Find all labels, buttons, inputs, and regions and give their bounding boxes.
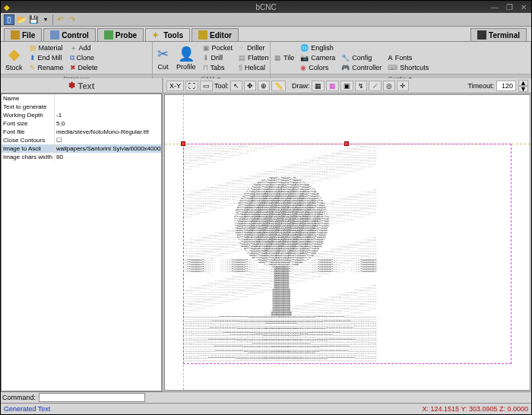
- tool-origin-button[interactable]: ⊕: [258, 81, 270, 91]
- draw-workarea-button[interactable]: ▣: [340, 81, 353, 91]
- right-panel: X-Y ⛶ ▭ Tool: ↖ ✥ ⊕ 📏 Draw: ▦ ▦ ▣ ↯ ⟋ ◎ …: [163, 78, 531, 391]
- property-row[interactable]: Image to Asciiwallpapers/Santorini Sylvi…: [2, 144, 161, 153]
- colors-icon: ◉: [300, 64, 306, 71]
- controller-button[interactable]: 🎮Controller: [339, 63, 384, 72]
- open-icon[interactable]: 📂: [16, 14, 27, 25]
- property-row[interactable]: Font filemedia/steve/NotoMono-Regular.tt…: [2, 128, 161, 136]
- zoom-select-button[interactable]: ▭: [200, 81, 213, 91]
- property-value[interactable]: 80: [55, 153, 161, 161]
- left-panel: ✽ Text NameText to generateWorking Depth…: [1, 78, 163, 391]
- zoom-fit-button[interactable]: ⛶: [185, 81, 198, 91]
- left-panel-header[interactable]: ✽ Text: [1, 78, 162, 93]
- material-button[interactable]: ▧Material: [27, 43, 66, 52]
- helical-icon: §: [239, 64, 242, 71]
- tab-probe-label: Probe: [116, 31, 137, 40]
- property-value[interactable]: media/steve/NotoMono-Regular.ttf: [55, 128, 161, 136]
- cut-button[interactable]: ✂ Cut: [154, 45, 172, 71]
- profile-label: Profile: [176, 63, 196, 71]
- stock-button[interactable]: ◆ Stock: [2, 44, 26, 72]
- tool-ruler-button[interactable]: 📏: [271, 81, 286, 91]
- property-row[interactable]: Close Contours☐: [2, 136, 161, 144]
- profile-button[interactable]: 👤 Profile: [173, 45, 199, 71]
- app-icon: ◆: [4, 3, 10, 11]
- tab-editor[interactable]: Editor: [192, 28, 239, 41]
- cut-label: Cut: [157, 63, 168, 71]
- helical-button[interactable]: §Helical: [236, 63, 271, 72]
- app-window: ◆ bCNC — ❐ ✕ ▯ 📂 💾 ▼ ↶ ↷ File Control Pr…: [0, 0, 532, 415]
- property-value[interactable]: 5.0: [55, 119, 161, 128]
- property-row[interactable]: Name: [2, 94, 161, 103]
- property-value[interactable]: wallpapers/Santorini Sylvia/6000x4000.: [55, 144, 161, 153]
- camera-icon: 📷: [300, 54, 309, 62]
- tool-move-button[interactable]: ✥: [244, 81, 256, 91]
- timeout-value[interactable]: 120: [496, 81, 516, 91]
- stock-label: Stock: [5, 64, 23, 71]
- property-value[interactable]: ☐: [55, 136, 161, 144]
- canvas-toolbar: X-Y ⛶ ▭ Tool: ↖ ✥ ⊕ 📏 Draw: ▦ ▦ ▣ ↯ ⟋ ◎ …: [163, 78, 531, 93]
- dropdown-icon[interactable]: ▼: [40, 14, 51, 25]
- tile-button[interactable]: ▦Tile: [272, 53, 296, 62]
- draw-label: Draw:: [292, 82, 310, 90]
- redo-icon[interactable]: ↷: [67, 14, 78, 25]
- property-row[interactable]: Font size5.0: [2, 119, 161, 128]
- fonts-icon: A: [388, 54, 393, 62]
- delete-icon: ✖: [70, 64, 76, 71]
- draw-margins-button[interactable]: ▦: [312, 81, 325, 91]
- endmill-button[interactable]: ⬍End Mill: [27, 53, 66, 62]
- tab-file[interactable]: File: [4, 28, 42, 41]
- maximize-button[interactable]: ❐: [506, 3, 513, 11]
- property-value[interactable]: [55, 103, 161, 111]
- property-row[interactable]: Working Depth-1: [2, 111, 161, 119]
- colors-button[interactable]: ◉Colors: [298, 63, 337, 72]
- ascii-art-preview: ........```````````---------------------…: [185, 145, 510, 363]
- property-row[interactable]: Text to generate: [2, 103, 161, 111]
- editor-icon: [198, 30, 207, 40]
- viewplane-button[interactable]: X-Y: [166, 81, 184, 91]
- undo-icon[interactable]: ↶: [55, 14, 65, 25]
- save-icon[interactable]: 💾: [28, 14, 39, 25]
- timeout-down-button[interactable]: ▼: [518, 86, 528, 92]
- property-row[interactable]: Image chars width80: [2, 153, 161, 161]
- rename-button[interactable]: ✎Rename: [27, 63, 66, 72]
- language-button[interactable]: 🌐English: [298, 43, 337, 52]
- property-grid[interactable]: NameText to generateWorking Depth-1Font …: [1, 93, 162, 391]
- pocket-button[interactable]: ▣Pocket: [201, 43, 236, 52]
- draw-probe-button[interactable]: ◎: [383, 81, 395, 91]
- toolbar-group-database: ◆ Stock ▧Material ⬍End Mill ✎Rename ＋Add…: [1, 42, 153, 78]
- status-bar: Generated Text X: 124.1515 Y: 303.0905 Z…: [1, 403, 531, 414]
- driller-button[interactable]: ⁘Driller: [236, 43, 271, 52]
- camera-button[interactable]: 📷Camera: [298, 53, 337, 62]
- clone-button[interactable]: ⧉Clone: [68, 53, 100, 62]
- drill-button[interactable]: ⬇Drill: [201, 53, 236, 62]
- property-value[interactable]: [55, 94, 161, 103]
- draw-path-button[interactable]: ↯: [355, 81, 367, 91]
- config-button[interactable]: 🔧Config: [339, 53, 384, 62]
- new-icon[interactable]: ▯: [4, 14, 14, 25]
- add-button[interactable]: ＋Add: [68, 43, 100, 52]
- delete-button[interactable]: ✖Delete: [68, 63, 100, 72]
- shortcuts-button[interactable]: ⌨Shortcuts: [385, 63, 431, 72]
- status-message: Generated Text: [4, 405, 50, 413]
- draw-grid-button[interactable]: ▦: [326, 81, 339, 91]
- tab-tools[interactable]: ✦ Tools: [145, 28, 190, 41]
- draw-axes-button[interactable]: ✛: [397, 81, 409, 91]
- minimize-button[interactable]: —: [491, 3, 499, 11]
- endmill-icon: ⬍: [30, 54, 36, 62]
- close-button[interactable]: ✕: [521, 3, 527, 11]
- tab-control[interactable]: Control: [43, 28, 96, 41]
- property-value[interactable]: -1: [55, 111, 161, 119]
- controller-icon: 🎮: [341, 64, 350, 71]
- tab-terminal[interactable]: Terminal: [470, 28, 527, 41]
- flatten-button[interactable]: ▤Flatten: [236, 53, 271, 62]
- tab-probe[interactable]: Probe: [97, 28, 144, 41]
- command-input[interactable]: [39, 393, 145, 402]
- tool-select-button[interactable]: ↖: [230, 81, 242, 91]
- driller-icon: ⁘: [239, 44, 245, 52]
- tabs-button[interactable]: ⊓Tabs: [201, 63, 236, 72]
- flatten-icon: ▤: [239, 54, 245, 62]
- fonts-button[interactable]: AFonts: [385, 53, 431, 62]
- canvas-area[interactable]: ........```````````---------------------…: [164, 94, 530, 391]
- quick-access-toolbar: ▯ 📂 💾 ▼ ↶ ↷: [1, 13, 531, 27]
- draw-rapid-button[interactable]: ⟋: [369, 81, 382, 91]
- titlebar: ◆ bCNC — ❐ ✕: [1, 1, 531, 13]
